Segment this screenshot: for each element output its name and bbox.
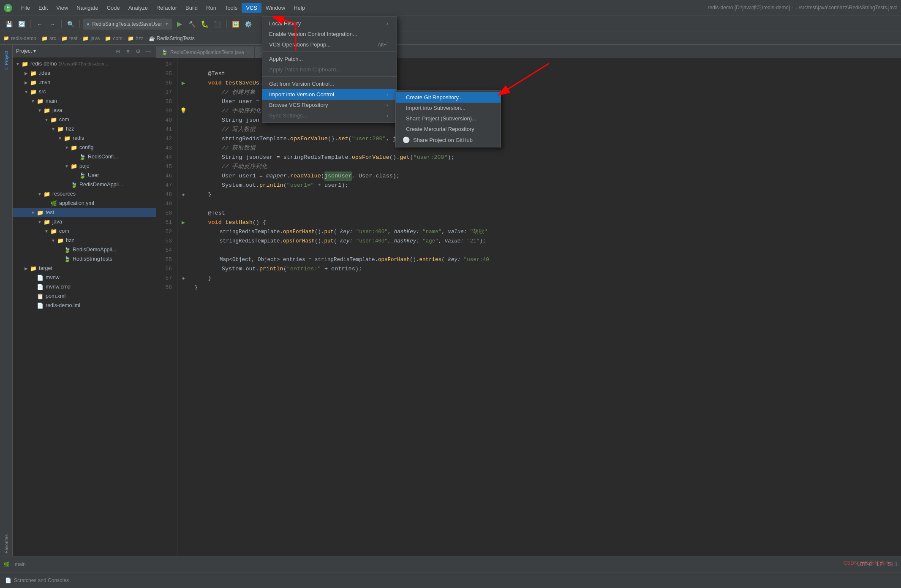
tree-item-application-yml[interactable]: ▶ 🌿 application.yml — [13, 199, 156, 208]
folder-icon-idea: 📁 — [30, 69, 37, 77]
import-vcs-arrow: › — [387, 91, 388, 98]
tree-item-test[interactable]: ▼ 📁 test — [13, 208, 156, 217]
tree-item-user[interactable]: ▶ 🍃 User — [13, 171, 156, 180]
gutter-run-36[interactable]: ▶ — [179, 79, 188, 88]
close-panel-btn[interactable]: — — [144, 47, 152, 55]
tree-item-test-hzz[interactable]: ▼ 📁 hzz — [13, 236, 156, 245]
tree-item-mvnw[interactable]: ▶ 📄 mvnw — [13, 273, 156, 282]
vcs-get-from-vcs[interactable]: Get from Version Control... — [262, 79, 397, 89]
tree-item-redisdemoapplitest[interactable]: ▶ 🍃 RedisDemoAppli... — [13, 245, 156, 254]
tree-item-test-java[interactable]: ▼ 📁 java — [13, 217, 156, 226]
tab-redisdemo-application-tests[interactable]: 🍃 RedisDemoApplicationTests.java × — [156, 46, 255, 58]
menu-refactor[interactable]: Refactor — [152, 3, 181, 13]
tree-item-idea[interactable]: ▶ 📁 .idea — [13, 68, 156, 78]
forward-btn[interactable]: → — [47, 19, 58, 30]
breadcrumb-java[interactable]: java — [90, 35, 100, 41]
build-btn[interactable]: 🔨 — [187, 19, 198, 30]
menu-edit[interactable]: Edit — [34, 3, 52, 13]
run-btn[interactable]: ▶ — [174, 19, 185, 30]
vcs-operations-shortcut: Alt+` — [378, 42, 388, 48]
menu-navigate[interactable]: Navigate — [72, 3, 102, 13]
debug-btn[interactable]: 🐛 — [199, 19, 210, 30]
vcs-browse-repo-label: Browse VCS Repository — [269, 102, 328, 108]
project-tab[interactable]: 1: Project — [2, 48, 11, 73]
tree-item-redisstringtests[interactable]: ▶ 🍃 RedisStringTests — [13, 254, 156, 264]
menu-code[interactable]: Code — [103, 3, 124, 13]
tree-item-com[interactable]: ▼ 📁 com — [13, 115, 156, 124]
tree-item-resources[interactable]: ▼ 📁 resources — [13, 189, 156, 199]
breadcrumb-src[interactable]: src — [49, 35, 56, 41]
vcs-apply-patch[interactable]: Apply Patch... — [262, 54, 397, 64]
code-line-52: stringRedisTemplate.opsForHash().put( ke… — [194, 227, 896, 237]
tree-item-mvn[interactable]: ▶ 📁 .mvn — [13, 78, 156, 87]
breadcrumb-redis-demo[interactable]: redis-demo — [11, 35, 36, 41]
add-content-btn[interactable]: ⊕ — [114, 47, 122, 55]
tree-item-redis[interactable]: ▼ 📁 redis — [13, 133, 156, 143]
menu-help[interactable]: Help — [289, 3, 309, 13]
tree-item-redisconfig[interactable]: ▶ 🍃 RedisConfi... — [13, 152, 156, 161]
arrow-test-hzz: ▼ — [50, 237, 57, 244]
search-everywhere-btn[interactable]: 🔍 — [65, 19, 76, 30]
stop-btn[interactable]: ⬛ — [212, 19, 223, 30]
tree-item-redis-demo-iml[interactable]: ▶ 📄 redis-demo.iml — [13, 301, 156, 310]
tree-item-redisdemoappli-main[interactable]: ▶ 🍃 RedisDemoAppli... — [13, 180, 156, 189]
menu-build[interactable]: Build — [181, 3, 202, 13]
vcs-import-vcs[interactable]: Import into Version Control › — [262, 89, 397, 100]
save-btn[interactable]: 💾 — [3, 19, 14, 30]
tree-item-hzz[interactable]: ▼ 📁 hzz — [13, 124, 156, 133]
local-history-arrow: › — [387, 20, 388, 27]
breadcrumb-test[interactable]: test — [69, 35, 77, 41]
vcs-local-history[interactable]: Local History › — [262, 18, 397, 29]
tree-item-mvnw-cmd[interactable]: ▶ 📄 mvnw.cmd — [13, 282, 156, 291]
scratches-bar[interactable]: 📄 Scratches and Consoles — [0, 572, 901, 588]
menu-view[interactable]: View — [52, 3, 72, 13]
tab-close-rdat[interactable]: × — [247, 50, 249, 55]
back-btn[interactable]: ← — [34, 19, 45, 30]
code-line-49 — [194, 199, 896, 209]
favorites-tab[interactable]: Favorites — [2, 532, 11, 556]
vcs-browse-repo[interactable]: Browse VCS Repository › — [262, 100, 397, 110]
tree-item-pom-xml[interactable]: ▶ 📋 pom.xml — [13, 291, 156, 301]
tree-item-config[interactable]: ▼ 📁 config — [13, 143, 156, 152]
vcs-operations-label: VCS Operations Popup... — [269, 41, 331, 48]
tree-label-pojo: pojo — [79, 163, 90, 169]
tree-item-target[interactable]: ▶ 📁 target — [13, 264, 156, 273]
vcs-enable-vcs[interactable]: Enable Version Control Integration... — [262, 29, 397, 39]
settings-btn[interactable]: ⚙️ — [243, 19, 254, 30]
menu-file[interactable]: File — [17, 3, 34, 13]
vcs-apply-patch-clipboard: Apply Patch from Clipboard... — [262, 64, 397, 75]
menu-window[interactable]: Window — [261, 3, 289, 13]
ln-45: 45 — [156, 162, 174, 172]
settings-panel-btn[interactable]: ⚙ — [134, 47, 142, 55]
breadcrumb-com[interactable]: com — [113, 35, 122, 41]
search-btn[interactable]: 🖼️ — [230, 19, 241, 30]
tree-item-main[interactable]: ▼ 📁 main — [13, 96, 156, 106]
breadcrumb-hzz[interactable]: hzz — [136, 35, 144, 41]
sync-btn[interactable]: 🔄 — [16, 19, 27, 30]
collapse-btn[interactable]: ≡ — [124, 47, 132, 55]
menu-run[interactable]: Run — [202, 3, 220, 13]
folder-icon-target: 📁 — [30, 264, 37, 272]
breadcrumb-file[interactable]: RedisStringTests — [157, 35, 195, 41]
tree-item-src[interactable]: ▼ 📁 src — [13, 87, 156, 96]
gutter-bulb-39[interactable]: 💡 — [179, 106, 188, 116]
gutter-45 — [179, 162, 188, 172]
code-content[interactable]: @Test void testSaveUs... // 创建对象 User us… — [189, 58, 901, 556]
menu-analyze[interactable]: Analyze — [124, 3, 152, 13]
run-configuration[interactable]: ● RedisStringTests.testSaveUser ▼ — [83, 19, 172, 30]
tree-label-mvn: .mvn — [39, 79, 50, 85]
menu-tools[interactable]: Tools — [220, 3, 242, 13]
folder-icon-main-java: 📁 — [43, 106, 51, 114]
tree-item-test-com[interactable]: ▼ 📁 com — [13, 226, 156, 236]
tree-item-pojo[interactable]: ▼ 📁 pojo — [13, 161, 156, 171]
gutter-41 — [179, 125, 188, 134]
folder-icon-resources: 📁 — [43, 190, 51, 198]
sidebar-header: Project ▾ ⊕ ≡ ⚙ — — [13, 45, 156, 57]
gutter-run-51[interactable]: ▶ — [179, 218, 188, 227]
vcs-operations-popup[interactable]: VCS Operations Popup... Alt+` — [262, 39, 397, 50]
tree-item-redis-demo[interactable]: ▼ 📁 redis-demo D:\java学习\redis-dem... — [13, 59, 156, 68]
menu-vcs[interactable]: VCS — [242, 3, 261, 13]
tree-item-main-java[interactable]: ▼ 📁 java — [13, 106, 156, 115]
run-config-dropdown[interactable]: ▼ — [165, 22, 169, 26]
gutter-42 — [179, 134, 188, 144]
